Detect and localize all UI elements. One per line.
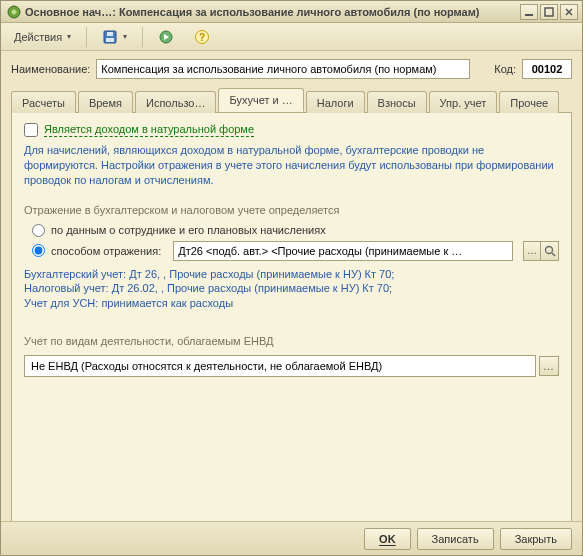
radio-by-employee[interactable] (32, 224, 45, 237)
tab-taxes[interactable]: Налоги (306, 91, 365, 113)
tabbar: Расчеты Время Использо… Бухучет и … Нало… (11, 89, 572, 113)
toolbar-separator (86, 27, 87, 47)
window-title: Основное нач…: Компенсация за использова… (25, 6, 516, 18)
radio-by-employee-label: по данным о сотруднике и его плановых на… (51, 224, 326, 236)
natural-income-label[interactable]: Является доходом в натуральной форме (44, 123, 254, 137)
tabpage-accounting: Является доходом в натуральной форме Для… (11, 113, 572, 533)
enbd-input[interactable] (24, 355, 536, 377)
info-line-tax: Налоговый учет: Дт 26.02, , Прочие расхо… (24, 281, 559, 296)
name-label: Наименование: (11, 63, 90, 75)
save-icon (102, 29, 118, 45)
actions-label: Действия (14, 31, 62, 43)
info-line-accounting: Бухгалтерский учет: Дт 26, , Прочие расх… (24, 267, 559, 282)
tab-mgmt-accounting[interactable]: Упр. учет (429, 91, 498, 113)
toolbar-separator (142, 27, 143, 47)
tab-contributions[interactable]: Взносы (367, 91, 427, 113)
minimize-button[interactable] (520, 4, 538, 20)
tab-calculations[interactable]: Расчеты (11, 91, 76, 113)
actions-menu[interactable]: Действия ▾ (7, 26, 78, 48)
tab-other[interactable]: Прочее (499, 91, 559, 113)
titlebar: Основное нач…: Компенсация за использова… (1, 1, 582, 23)
close-button[interactable] (560, 4, 578, 20)
dropdown-arrow-icon: ▾ (123, 32, 127, 41)
help-icon: ? (194, 29, 210, 45)
save-button[interactable]: Записать (417, 528, 494, 550)
reflection-method-input[interactable] (173, 241, 513, 261)
dropdown-arrow-icon: ▾ (67, 32, 71, 41)
code-input[interactable] (522, 59, 572, 79)
enbd-select-button[interactable]: … (539, 356, 559, 376)
name-input[interactable] (96, 59, 470, 79)
reflection-section-title: Отражение в бухгалтерском и налоговом уч… (24, 204, 559, 216)
radio-by-method[interactable] (32, 244, 45, 257)
svg-rect-2 (545, 8, 553, 16)
svg-rect-5 (106, 38, 114, 42)
close-dialog-button[interactable]: Закрыть (500, 528, 572, 550)
svg-rect-1 (525, 14, 533, 16)
enbd-section-title: Учет по видам деятельности, облагаемым Е… (24, 335, 559, 347)
toolbar: Действия ▾ ▾ ? (1, 23, 582, 51)
reflection-method-lookup-button[interactable] (541, 241, 559, 261)
svg-point-9 (545, 246, 552, 253)
svg-line-10 (552, 253, 555, 256)
tab-usage[interactable]: Использо… (135, 91, 216, 113)
svg-text:?: ? (199, 32, 205, 43)
code-label: Код: (494, 63, 516, 75)
ok-button[interactable]: OK (364, 528, 411, 550)
natural-income-checkbox[interactable] (24, 123, 38, 137)
help-button[interactable]: ? (187, 26, 217, 48)
tab-accounting[interactable]: Бухучет и … (218, 88, 303, 112)
reflection-method-select-button[interactable]: … (523, 241, 541, 261)
svg-rect-4 (107, 32, 113, 36)
tab-time[interactable]: Время (78, 91, 133, 113)
go-icon (158, 29, 174, 45)
radio-by-method-label: способом отражения: (51, 245, 161, 257)
info-line-usn: Учет для УСН: принимается как расходы (24, 296, 559, 311)
bottombar: OK Записать Закрыть (1, 521, 582, 555)
maximize-button[interactable] (540, 4, 558, 20)
save-and-close-button[interactable]: ▾ (95, 26, 134, 48)
natural-income-hint: Для начислений, являющихся доходом в нат… (24, 143, 559, 188)
app-icon (7, 5, 21, 19)
go-button[interactable] (151, 26, 181, 48)
